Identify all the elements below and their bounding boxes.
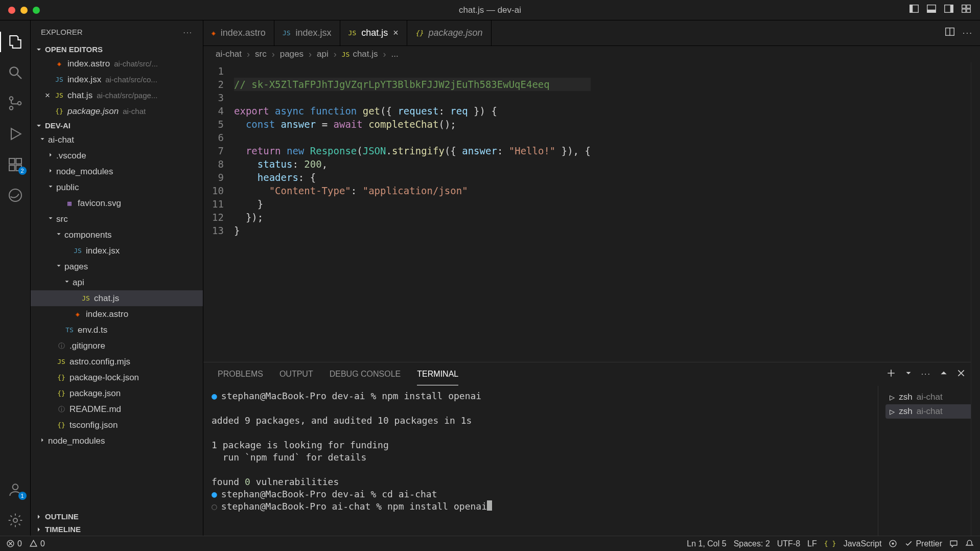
file-item[interactable]: {}package-lock.json (31, 370, 203, 385)
explorer-view-icon[interactable] (0, 27, 31, 57)
eol[interactable]: LF (807, 539, 817, 548)
open-editors-label: OPEN EDITORS (45, 45, 103, 54)
outline-section[interactable]: OUTLINE (31, 510, 203, 523)
workspace-section[interactable]: DEV-AI (31, 119, 203, 132)
folder-item[interactable]: public (31, 179, 203, 195)
folder-item[interactable]: node_modules (31, 164, 203, 179)
feedback-icon[interactable] (949, 539, 958, 548)
problems-tab[interactable]: PROBLEMS (218, 363, 263, 385)
code-content[interactable]: // sk-X5ZlTaFPJhTJgVZqrLpYT3BlbkFJJW2jEu… (234, 62, 591, 362)
folder-item[interactable]: node_modules (31, 433, 203, 449)
close-window-button[interactable] (8, 7, 15, 14)
file-item[interactable]: ⓘREADME.md (31, 401, 203, 417)
folder-item[interactable]: .vscode (31, 148, 203, 164)
more-actions-icon[interactable]: ··· (963, 28, 973, 38)
maximize-panel-icon[interactable] (939, 369, 948, 380)
indentation[interactable]: Spaces: 2 (734, 539, 770, 548)
split-editor-icon[interactable] (944, 26, 955, 40)
accounts-icon[interactable]: 1 (0, 474, 31, 505)
edge-view-icon[interactable] (0, 180, 31, 211)
search-view-icon[interactable] (0, 57, 31, 88)
terminal-output[interactable]: ●stephan@MacBook-Pro dev-ai % npm instal… (203, 386, 878, 536)
svg-rect-17 (9, 165, 15, 171)
customize-layout-icon[interactable] (961, 3, 972, 17)
terminal-tab[interactable]: TERMINAL (417, 363, 458, 385)
toggle-primary-sidebar-icon[interactable] (908, 3, 920, 17)
open-editors-section[interactable]: OPEN EDITORS (31, 43, 203, 56)
toggle-panel-icon[interactable] (926, 3, 937, 17)
breadcrumb-item[interactable]: api (317, 49, 329, 59)
svg-point-12 (9, 97, 13, 100)
open-editor-item[interactable]: ◈index.astroai-chat/src/... (31, 56, 203, 72)
close-icon[interactable]: × (45, 90, 54, 101)
file-item[interactable]: JSastro.config.mjs (31, 354, 203, 370)
folder-item[interactable]: src (31, 211, 203, 227)
errors-count[interactable]: 0 (6, 539, 22, 548)
prettier-status[interactable]: Prettier (904, 539, 942, 548)
jsx-icon: JS (73, 247, 83, 255)
source-control-view-icon[interactable] (0, 88, 31, 119)
file-item[interactable]: ▦favicon.svg (31, 195, 203, 211)
breadcrumb-item[interactable]: pages (280, 49, 304, 59)
new-terminal-icon[interactable] (886, 369, 896, 380)
output-tab[interactable]: OUTPUT (279, 363, 313, 385)
warnings-count[interactable]: 0 (29, 539, 45, 548)
astro-icon: ◈ (54, 60, 64, 67)
file-item[interactable]: JSindex.jsx (31, 243, 203, 259)
terminal-cursor (487, 500, 492, 511)
live-share-icon[interactable] (889, 539, 897, 548)
code-editor[interactable]: 12345678910111213 // sk-X5ZlTaFPJhTJgVZq… (203, 62, 980, 362)
close-tab-icon[interactable]: × (393, 28, 399, 38)
maximize-window-button[interactable] (33, 7, 40, 14)
breadcrumb-item[interactable]: ai-chat (216, 49, 242, 59)
folder-item[interactable]: components (31, 227, 203, 243)
encoding[interactable]: UTF-8 (777, 539, 800, 548)
minimap[interactable] (971, 62, 980, 362)
notifications-icon[interactable] (965, 539, 974, 548)
close-panel-icon[interactable] (956, 369, 966, 380)
file-item[interactable]: {}tsconfig.json (31, 417, 203, 433)
file-item[interactable]: {}package.json (31, 385, 203, 401)
editor-tab[interactable]: JSchat.js× (340, 20, 407, 45)
svg-rect-15 (9, 158, 15, 164)
chevron-right-icon (35, 525, 43, 534)
editor-tab[interactable]: ◈index.astro (203, 20, 274, 45)
explorer-more-icon[interactable]: ··· (183, 28, 193, 36)
terminal-session[interactable]: ▷zsh ai-chat (885, 404, 973, 419)
timeline-section[interactable]: TIMELINE (31, 523, 203, 536)
open-editor-item[interactable]: JSindex.jsxai-chat/src/co... (31, 72, 203, 87)
open-editors-list: ◈index.astroai-chat/src/...JSindex.jsxai… (31, 56, 203, 119)
extensions-view-icon[interactable]: 2 (0, 149, 31, 180)
toggle-secondary-sidebar-icon[interactable] (943, 3, 954, 17)
svg-line-11 (17, 75, 21, 79)
folder-item[interactable]: pages (31, 259, 203, 274)
terminal-session[interactable]: ▷zsh ai-chat (885, 390, 973, 404)
breadcrumb-item[interactable]: ... (391, 49, 399, 59)
minimize-window-button[interactable] (20, 7, 28, 14)
js-icon: JS (348, 29, 357, 37)
breadcrumb-item[interactable]: src (255, 49, 267, 59)
titlebar: chat.js — dev-ai (0, 0, 980, 20)
folder-item[interactable]: ai-chat (31, 132, 203, 148)
svg-point-26 (892, 542, 894, 544)
file-item[interactable]: ◈index.astro (31, 306, 203, 322)
editor-tab[interactable]: JSindex.jsx (274, 20, 340, 45)
terminal-more-icon[interactable]: ··· (921, 370, 931, 379)
folder-item[interactable]: api (31, 274, 203, 290)
file-item[interactable]: JSchat.js (31, 290, 203, 306)
settings-gear-icon[interactable] (0, 505, 31, 536)
language-mode[interactable]: { } JavaScript (824, 539, 882, 548)
file-item[interactable]: TSenv.d.ts (31, 322, 203, 338)
workspace-label: DEV-AI (45, 121, 71, 130)
breadcrumb-item[interactable]: chat.js (353, 49, 378, 59)
file-item[interactable]: ⓘ.gitignore (31, 338, 203, 354)
open-editor-item[interactable]: ×JSchat.jsai-chat/src/page... (31, 87, 203, 103)
cursor-position[interactable]: Ln 1, Col 5 (687, 539, 726, 548)
run-debug-view-icon[interactable] (0, 119, 31, 149)
editor-tab[interactable]: {}package.json (407, 20, 492, 45)
breadcrumb[interactable]: ai-chat src pages api JS chat.js ... (203, 46, 980, 62)
debug-console-tab[interactable]: DEBUG CONSOLE (330, 363, 401, 385)
open-editor-item[interactable]: {}package.jsonai-chat (31, 103, 203, 119)
svg-point-20 (12, 484, 18, 490)
terminal-dropdown-icon[interactable] (904, 369, 913, 380)
